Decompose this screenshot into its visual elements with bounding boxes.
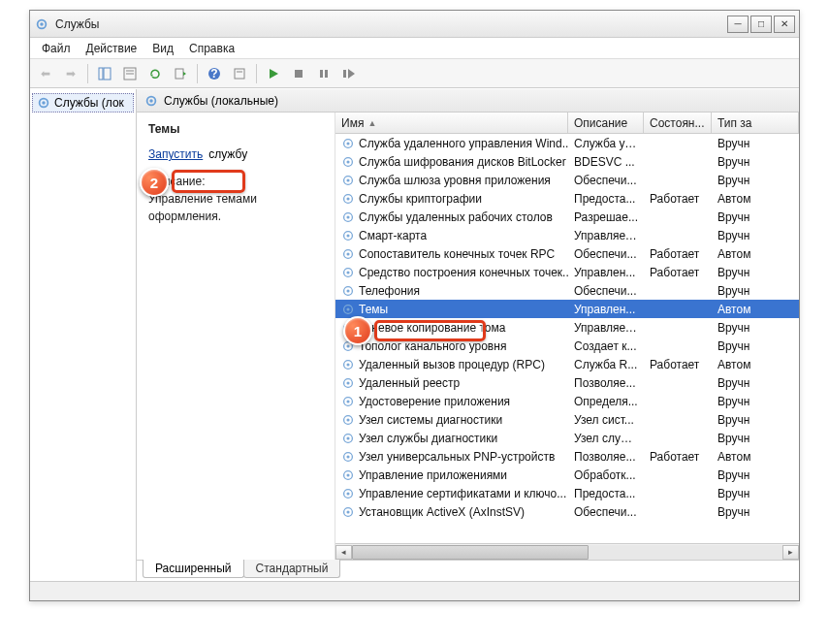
cell-desc: Предоста... bbox=[568, 192, 644, 206]
service-row[interactable]: Управление сертификатами и ключо...Предо… bbox=[335, 484, 799, 502]
cell-desc: BDESVC ... bbox=[568, 155, 644, 169]
service-row[interactable]: ТемыУправлен...Автом bbox=[335, 300, 799, 318]
tree-root-item[interactable]: Службы (лок bbox=[32, 93, 134, 113]
cell-type: Вручн bbox=[712, 432, 799, 445]
restart-service-button[interactable] bbox=[337, 62, 361, 85]
cell-state: Работает bbox=[644, 192, 712, 206]
cell-name: Служба шифрования дисков BitLocker bbox=[335, 155, 568, 169]
service-row[interactable]: Службы удаленных рабочих столовРазрешае.… bbox=[335, 208, 799, 226]
cell-type: Автом bbox=[712, 247, 799, 261]
prop2-button[interactable] bbox=[228, 62, 251, 85]
service-row[interactable]: Управление приложениямиОбработк...Вручн bbox=[335, 466, 799, 484]
cell-type: Вручн bbox=[712, 174, 799, 187]
cell-type: Вручн bbox=[712, 376, 799, 390]
forward-button[interactable]: ➡ bbox=[59, 62, 82, 85]
col-desc[interactable]: Описание bbox=[568, 113, 644, 133]
svg-point-31 bbox=[346, 234, 349, 237]
svg-point-25 bbox=[346, 178, 349, 181]
svg-point-35 bbox=[346, 271, 349, 274]
service-row[interactable]: Смарт-картаУправляет...Вручн bbox=[335, 226, 799, 244]
cell-desc: Узел служ... bbox=[568, 432, 644, 445]
menu-view[interactable]: Вид bbox=[144, 40, 181, 57]
cell-state: Работает bbox=[644, 358, 712, 371]
svg-point-23 bbox=[346, 160, 349, 163]
cell-state: Работает bbox=[644, 450, 712, 464]
titlebar[interactable]: Службы ─ □ ✕ bbox=[30, 11, 799, 38]
menu-file[interactable]: Файл bbox=[34, 40, 79, 57]
close-button[interactable]: ✕ bbox=[774, 16, 795, 33]
maximize-button[interactable]: □ bbox=[750, 16, 772, 33]
sort-asc-icon: ▲ bbox=[367, 118, 376, 128]
show-hide-tree-button[interactable] bbox=[93, 62, 116, 85]
export-button[interactable] bbox=[169, 62, 192, 85]
svg-point-29 bbox=[346, 215, 349, 218]
cell-name: Тополог канального уровня bbox=[335, 339, 568, 353]
cell-desc: Обработк... bbox=[568, 468, 644, 482]
main-pane: Службы (локальные) Темы Запустить службу… bbox=[137, 89, 799, 581]
cell-desc: Создает к... bbox=[568, 339, 644, 353]
start-service-button[interactable] bbox=[262, 62, 285, 85]
service-row[interactable]: Удаленный реестрПозволяе...Вручн bbox=[335, 373, 799, 392]
svg-point-37 bbox=[346, 289, 349, 292]
service-row[interactable]: Удостоверение приложенияОпределя...Вручн bbox=[335, 392, 799, 410]
menu-action[interactable]: Действие bbox=[79, 40, 145, 57]
cell-desc: Позволяе... bbox=[568, 376, 644, 390]
cell-type: Вручн bbox=[712, 395, 799, 408]
cell-name: Сопоставитель конечных точек RPC bbox=[335, 247, 568, 261]
service-row[interactable]: Тополог канального уровняСоздает к...Вру… bbox=[335, 337, 799, 355]
list-rows[interactable]: Служба удаленного управления Wind...Служ… bbox=[335, 134, 799, 543]
col-name[interactable]: Имя▲ bbox=[335, 113, 568, 133]
scroll-track[interactable] bbox=[352, 545, 782, 560]
refresh-button[interactable] bbox=[143, 62, 167, 85]
service-row[interactable]: Узел системы диагностикиУзел сист...Вруч… bbox=[335, 410, 799, 429]
callout-1: 1 bbox=[343, 316, 372, 345]
detail-service-name: Темы bbox=[148, 122, 323, 136]
cell-type: Вручн bbox=[712, 284, 799, 298]
pause-service-button[interactable] bbox=[312, 62, 335, 85]
start-service-link[interactable]: Запустить bbox=[148, 147, 203, 161]
cell-state: Работает bbox=[644, 266, 712, 279]
main-header: Службы (локальные) bbox=[137, 89, 799, 113]
list-header: Имя▲ Описание Состоян... Тип за bbox=[335, 113, 799, 134]
service-row[interactable]: Сопоставитель конечных точек RPCОбеспечи… bbox=[335, 244, 799, 263]
cell-name: Установщик ActiveX (AxInstSV) bbox=[335, 505, 568, 519]
svg-rect-7 bbox=[175, 69, 183, 79]
cell-desc: Обеспечи... bbox=[568, 284, 644, 298]
service-row[interactable]: Теневое копирование томаУправляет...Вруч… bbox=[335, 318, 799, 337]
service-row[interactable]: ТелефонияОбеспечи...Вручн bbox=[335, 281, 799, 300]
h-scrollbar[interactable]: ◂ ▸ bbox=[335, 543, 799, 560]
col-state[interactable]: Состоян... bbox=[644, 113, 712, 133]
service-row[interactable]: Служба шлюза уровня приложенияОбеспечи..… bbox=[335, 171, 799, 189]
desc-label: Описание: bbox=[148, 173, 323, 190]
svg-point-39 bbox=[346, 307, 349, 310]
scroll-thumb[interactable] bbox=[352, 545, 589, 560]
menu-help[interactable]: Справка bbox=[181, 40, 242, 57]
cell-desc: Управляет... bbox=[568, 321, 644, 335]
tab-extended[interactable]: Расширенный bbox=[143, 560, 244, 578]
service-row[interactable]: Средство построения конечных точек...Упр… bbox=[335, 263, 799, 281]
svg-point-47 bbox=[346, 381, 349, 384]
cell-name: Удаленный реестр bbox=[335, 376, 568, 390]
service-row[interactable]: Удаленный вызов процедур (RPC)Служба R..… bbox=[335, 355, 799, 373]
service-row[interactable]: Узел службы диагностикиУзел служ...Вручн bbox=[335, 429, 799, 447]
cell-state: Работает bbox=[644, 247, 712, 261]
service-row[interactable]: Установщик ActiveX (AxInstSV)Обеспечи...… bbox=[335, 502, 799, 521]
col-type[interactable]: Тип за bbox=[712, 113, 799, 133]
prop-button[interactable] bbox=[118, 62, 142, 85]
cell-name: Удаленный вызов процедур (RPC) bbox=[335, 358, 568, 371]
svg-rect-15 bbox=[343, 70, 346, 78]
service-row[interactable]: Служба шифрования дисков BitLockerBDESVC… bbox=[335, 152, 799, 171]
scroll-left-button[interactable]: ◂ bbox=[335, 545, 352, 560]
service-row[interactable]: Службы криптографииПредоста...РаботаетАв… bbox=[335, 189, 799, 208]
cell-type: Вручн bbox=[712, 487, 799, 500]
service-row[interactable]: Служба удаленного управления Wind...Служ… bbox=[335, 134, 799, 152]
scroll-right-button[interactable]: ▸ bbox=[782, 545, 799, 560]
minimize-button[interactable]: ─ bbox=[727, 16, 749, 33]
cell-name: Управление приложениями bbox=[335, 468, 568, 482]
service-row[interactable]: Узел универсальных PNP-устройствПозволяе… bbox=[335, 447, 799, 466]
callout-2: 2 bbox=[140, 168, 169, 197]
help-button[interactable]: ? bbox=[203, 62, 226, 85]
back-button[interactable]: ⬅ bbox=[34, 62, 57, 85]
stop-service-button[interactable] bbox=[287, 62, 310, 85]
tab-standard[interactable]: Стандартный bbox=[243, 560, 341, 578]
